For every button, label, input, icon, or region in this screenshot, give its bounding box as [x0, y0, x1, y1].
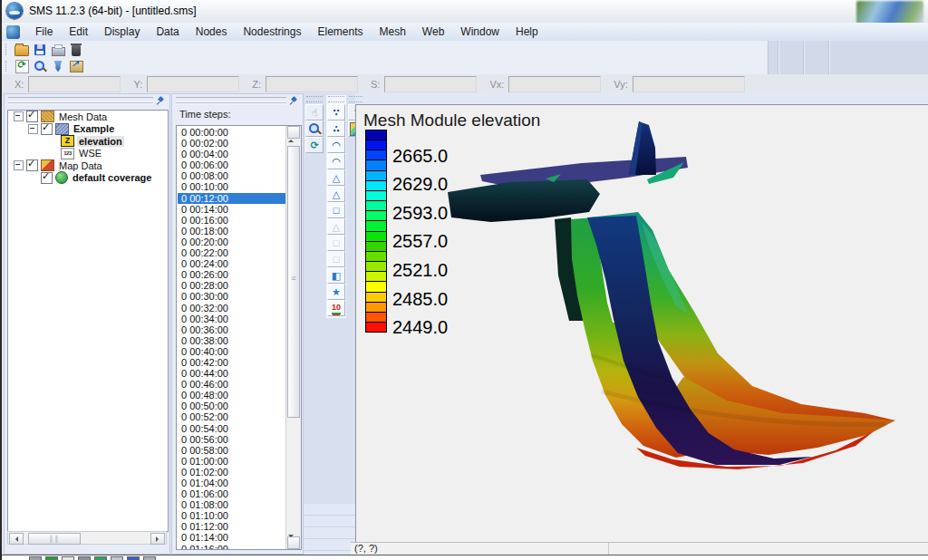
- create-triangle-element-button[interactable]: △: [327, 186, 345, 202]
- toolbar-grip[interactable]: [5, 61, 9, 72]
- zoom-extents-button[interactable]: [31, 59, 49, 74]
- tree-item-default-coverage[interactable]: default coverage: [8, 172, 168, 185]
- expander-icon[interactable]: [28, 124, 38, 134]
- time-step-item[interactable]: 0 00:18:00: [178, 226, 285, 237]
- refresh-button[interactable]: [13, 59, 31, 74]
- toolbar-grip[interactable]: [5, 43, 9, 55]
- print-button[interactable]: [49, 42, 67, 57]
- time-step-item[interactable]: 0 00:26:00: [178, 269, 285, 280]
- pan-tool-button[interactable]: ☝: [305, 104, 324, 121]
- menu-file[interactable]: File: [27, 24, 61, 40]
- panel-grip[interactable]: [176, 97, 286, 103]
- open-button[interactable]: [13, 42, 31, 57]
- tree-item-map-data[interactable]: Map Data: [8, 159, 168, 172]
- time-step-item[interactable]: 0 00:04:00: [178, 149, 285, 159]
- time-step-item[interactable]: 0 00:06:00: [178, 159, 285, 170]
- expander-icon[interactable]: [14, 160, 24, 170]
- scroll-down-icon[interactable]: [287, 536, 300, 549]
- time-step-item[interactable]: 0 00:56:00: [178, 434, 285, 445]
- menu-nodes[interactable]: Nodes: [188, 24, 236, 40]
- time-step-item[interactable]: 0 00:24:00: [178, 258, 285, 269]
- visibility-checkbox[interactable]: [26, 159, 38, 171]
- time-step-item[interactable]: 0 00:50:00: [178, 401, 285, 411]
- time-step-item[interactable]: 0 00:46:00: [178, 379, 285, 390]
- time-step-item[interactable]: 0 00:52:00: [178, 411, 285, 422]
- visibility-checkbox[interactable]: [41, 123, 53, 135]
- time-step-item[interactable]: 0 00:22:00: [178, 247, 285, 258]
- time-step-item[interactable]: 0 00:02:00: [178, 138, 285, 149]
- zoom-tool-button[interactable]: [305, 121, 324, 137]
- menu-nodestrings[interactable]: Nodestrings: [235, 24, 309, 40]
- rotate-tool-button[interactable]: ⟳: [305, 137, 324, 153]
- menu-mesh[interactable]: Mesh: [372, 24, 414, 40]
- tree-horizontal-scrollbar[interactable]: [7, 531, 167, 545]
- expander-icon[interactable]: [14, 111, 24, 121]
- time-step-item[interactable]: 0 01:04:00: [178, 478, 285, 488]
- time-step-item[interactable]: 0 01:02:00: [178, 467, 285, 478]
- menu-data[interactable]: Data: [148, 24, 187, 40]
- time-step-item[interactable]: 0 00:10:00: [178, 181, 285, 192]
- save-button[interactable]: [31, 42, 49, 57]
- swap-edges-button[interactable]: ◧: [327, 267, 345, 284]
- time-step-item[interactable]: 0 00:34:00: [178, 314, 285, 324]
- menu-display[interactable]: Display: [96, 24, 148, 40]
- graphics-view[interactable]: Mesh Module elevation 2665.02629.02593.0…: [355, 104, 928, 542]
- pin-icon[interactable]: [290, 96, 299, 105]
- create-nodestring-button[interactable]: ◠: [327, 153, 345, 169]
- time-steps-scrollbar[interactable]: [285, 126, 301, 549]
- time-step-item[interactable]: 0 00:16:00: [178, 215, 285, 226]
- time-step-item[interactable]: 0 00:30:00: [178, 291, 285, 302]
- time-step-item[interactable]: 0 00:12:00: [178, 193, 285, 204]
- select-mesh-node-button[interactable]: ∵: [327, 104, 345, 121]
- time-step-item[interactable]: 0 00:42:00: [178, 357, 285, 368]
- create-mesh-node-button[interactable]: ∴: [327, 121, 345, 137]
- select-region-a-button[interactable]: □: [327, 235, 345, 251]
- time-step-item[interactable]: 0 01:16:00: [178, 544, 285, 550]
- time-step-item[interactable]: 0 00:48:00: [178, 390, 285, 401]
- merge-triangles-button[interactable]: ★: [327, 284, 345, 300]
- tree-item-example[interactable]: Example: [8, 123, 168, 136]
- title-bar[interactable]: SMS 11.2.3 (64-bit) - [untitled.sms]: [2, 0, 928, 24]
- select-nodestring-button[interactable]: ◠: [327, 137, 345, 153]
- time-step-item[interactable]: 0 00:14:00: [178, 204, 285, 215]
- menu-elements[interactable]: Elements: [309, 24, 371, 40]
- menu-web[interactable]: Web: [414, 24, 452, 40]
- time-step-item[interactable]: 0 00:54:00: [178, 423, 285, 434]
- menu-help[interactable]: Help: [508, 24, 546, 40]
- time-step-item[interactable]: 0 00:08:00: [178, 170, 285, 181]
- menu-edit[interactable]: Edit: [61, 24, 96, 40]
- visibility-checkbox[interactable]: [41, 172, 53, 184]
- delete-button[interactable]: [67, 42, 85, 57]
- time-step-item[interactable]: 0 00:32:00: [178, 303, 285, 314]
- time-step-item[interactable]: 0 00:40:00: [178, 346, 285, 357]
- time-step-item[interactable]: 0 00:20:00: [178, 237, 285, 247]
- time-step-item[interactable]: 0 00:38:00: [178, 335, 285, 346]
- time-step-item[interactable]: 0 01:14:00: [178, 532, 285, 543]
- tree-item-elevation[interactable]: Zelevation: [8, 135, 168, 148]
- time-step-item[interactable]: 0 01:06:00: [178, 488, 285, 499]
- get-info-button[interactable]: [49, 59, 67, 74]
- tree-item-mesh-data[interactable]: Mesh Data: [8, 111, 168, 123]
- preview-mesh-button[interactable]: △: [327, 218, 345, 235]
- time-step-item[interactable]: 0 00:00:00: [178, 127, 285, 138]
- time-step-item[interactable]: 0 00:44:00: [178, 368, 285, 379]
- select-element-button[interactable]: △: [327, 169, 345, 186]
- time-step-item[interactable]: 0 01:12:00: [178, 521, 285, 532]
- time-step-item[interactable]: 0 01:00:00: [178, 456, 285, 467]
- time-step-item[interactable]: 0 00:36:00: [178, 324, 285, 335]
- scroll-up-icon[interactable]: [287, 126, 300, 139]
- pin-icon[interactable]: [157, 96, 166, 105]
- time-step-item[interactable]: 0 00:58:00: [178, 445, 285, 456]
- scrollbar-thumb[interactable]: [28, 533, 81, 545]
- select-region-b-button[interactable]: □: [327, 251, 345, 267]
- scroll-left-icon[interactable]: [9, 533, 24, 545]
- renumber-nodes-button[interactable]: 10: [327, 300, 345, 316]
- scrollbar-thumb[interactable]: [287, 146, 300, 418]
- time-step-item[interactable]: 0 01:10:00: [178, 510, 285, 521]
- menu-window[interactable]: Window: [452, 24, 508, 40]
- time-step-item[interactable]: 0 00:28:00: [178, 280, 285, 291]
- visibility-checkbox[interactable]: [26, 111, 38, 122]
- scroll-right-icon[interactable]: [150, 533, 165, 545]
- time-step-item[interactable]: 0 01:08:00: [178, 499, 285, 510]
- panel-grip[interactable]: [8, 97, 153, 103]
